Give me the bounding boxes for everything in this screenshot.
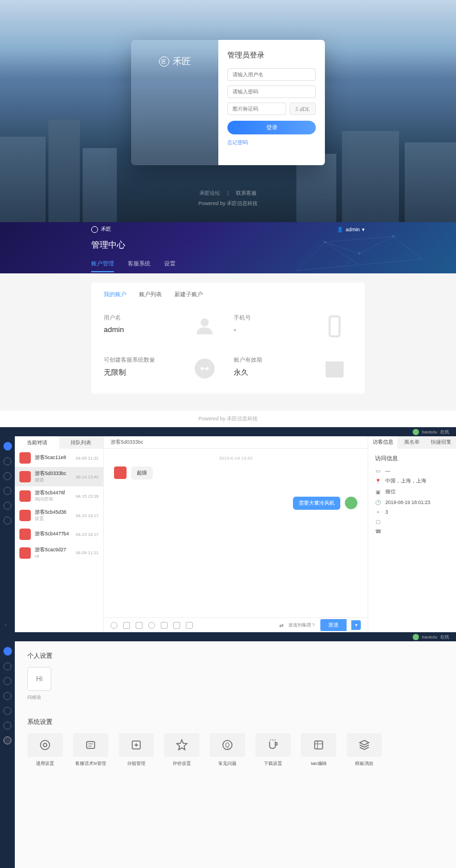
greeting-label: 问候语 (27, 694, 51, 701)
nav-icon-1[interactable] (3, 662, 11, 670)
info-row-count: ▪3 (375, 509, 449, 515)
tool-icon[interactable] (148, 622, 155, 629)
svg-point-8 (40, 740, 50, 750)
settings-card[interactable]: 通用设置 (27, 733, 63, 767)
message-time: 06-14 13:42 (76, 474, 99, 480)
send-button[interactable]: 发送 (320, 619, 347, 631)
field-phone: 手机号 - (234, 314, 352, 334)
conversation-item[interactable]: 游客5cb45d38设置04-15 18:17 (15, 506, 103, 525)
settings-panel: baotutu 在线 个人设置 Hi 问候语 系统设置 通用设置客服话术N管理分… (0, 632, 456, 868)
settings-card[interactable]: 分组管理 (119, 733, 154, 767)
conversation-item[interactable]: 游客5d0333bc超级06-14 13:42 (15, 467, 103, 486)
conversation-item[interactable]: 游客5cb4476f询问咨询04-15 23:39 (15, 486, 103, 506)
settings-card[interactable]: 模板消息 (347, 733, 382, 767)
nav-icon-3[interactable] (3, 487, 11, 495)
password-input[interactable] (227, 85, 316, 98)
chat-timestamp: 2019-6-14 13:42 (114, 456, 357, 461)
captcha-input[interactable] (227, 103, 286, 115)
card-label: 模板消息 (347, 760, 382, 767)
info-row-time: 🕐2019-08-19 18:01:23 (375, 499, 449, 505)
visitor-info-panel: 访客信息 黑名单 快捷回复 访问信息 ▭— 📍中国，上海，上海 ▣微信 🕐201… (368, 436, 456, 632)
user-avatar[interactable] (413, 429, 419, 435)
card-label: 分组管理 (119, 760, 154, 767)
tab-account[interactable]: 账户管理 (91, 260, 114, 272)
conversation-item[interactable]: 游客5cac9d27nil04-09 11:11 (15, 543, 103, 562)
info-tab-blacklist[interactable]: 黑名单 (397, 436, 426, 449)
image-icon[interactable] (123, 622, 130, 629)
greeting-icon: Hi (27, 667, 51, 691)
location-icon: 📍 (375, 478, 381, 484)
nav-icon-4[interactable] (3, 502, 11, 510)
send-dropdown[interactable]: ▾ (351, 620, 361, 630)
info-tab-quick[interactable]: 快捷回复 (427, 436, 456, 449)
greeting-card[interactable]: Hi 问候语 (27, 667, 51, 701)
message-time: 04-09 11:31 (76, 456, 99, 461)
card-icon (73, 733, 108, 757)
list-tab-current[interactable]: 当前对话 (15, 436, 59, 449)
nav-icon-2[interactable] (3, 677, 11, 685)
conversation-item[interactable]: 游客5cb4477b404-15 18:17 (15, 525, 103, 543)
footer-link-forum[interactable]: 禾匠论坛 (199, 190, 220, 196)
visitor-avatar (114, 466, 127, 479)
settings-card[interactable]: 客服话术N管理 (73, 733, 108, 767)
nav-icon-3[interactable] (3, 692, 11, 700)
nav-icon-5[interactable] (3, 722, 11, 730)
message-bubble: 需要大量冷风机 (293, 497, 340, 510)
card-label: 客服话术N管理 (73, 760, 108, 767)
chat-window: 游客5d0333bc 2019-6-14 13:42 超级 需要大量冷风机 (103, 436, 368, 632)
last-message: 询问咨询 (35, 497, 72, 502)
settings-card[interactable]: 下载设置 (255, 733, 291, 767)
nav-icon-5[interactable] (3, 517, 11, 525)
mgmt-header: 禾匠 👤 admin ▾ 管理中心 账户管理 客服系统 设置 (0, 222, 456, 273)
emoji-icon[interactable] (111, 622, 117, 629)
chat-topbar: baotutu 在线 (0, 427, 456, 436)
visitor-name: 游客5d0333bc (35, 470, 72, 477)
nav-icon-4[interactable] (3, 707, 11, 715)
subtab-new-subaccount[interactable]: 新建子账户 (174, 290, 203, 298)
app-logo-icon[interactable] (3, 647, 12, 656)
captcha-image[interactable]: 5 dDL (290, 103, 316, 115)
brand-text: 禾匠 (101, 226, 111, 233)
login-title: 管理员登录 (227, 50, 316, 60)
subtab-my-account[interactable]: 我的账户 (104, 290, 127, 298)
username: baotutu (422, 429, 437, 435)
info-tab-visitor[interactable]: 访客信息 (368, 436, 397, 449)
settings-card[interactable]: 评价设置 (164, 733, 199, 767)
nav-icon-1[interactable] (3, 457, 11, 465)
nav-sidebar: › (0, 436, 15, 632)
info-section-title: 访问信息 (375, 455, 449, 462)
login-button[interactable]: 登录 (227, 121, 316, 134)
settings-card[interactable]: Q常见问题 (210, 733, 245, 767)
list-tab-queue[interactable]: 排队列表 (59, 436, 104, 449)
user-icon (193, 314, 217, 338)
subtab-account-list[interactable]: 账户列表 (139, 290, 162, 298)
settings-card[interactable]: tab编辑 (301, 733, 336, 767)
transfer-link[interactable]: 发送到集团？ (288, 622, 316, 628)
card-label: tab编辑 (301, 760, 336, 767)
tab-settings[interactable]: 设置 (164, 260, 176, 272)
info-row-blank2: ☎ (375, 529, 449, 534)
star-icon[interactable] (186, 622, 193, 629)
tab-service[interactable]: 客服系统 (128, 260, 150, 272)
login-card: 匠 禾匠 管理员登录 5 dDL 登录 忘记密码 (131, 40, 325, 165)
message-time: 04-15 23:39 (76, 494, 99, 499)
footer-link-contact[interactable]: 联系客服 (236, 190, 256, 196)
username-input[interactable] (227, 68, 316, 81)
chat-header: 游客5d0333bc (104, 436, 368, 449)
user-avatar[interactable] (413, 634, 419, 640)
svg-point-3 (201, 318, 209, 326)
nav-icon-settings[interactable] (3, 736, 11, 744)
expand-icon[interactable]: › (5, 621, 6, 628)
card-label: 常见问题 (210, 760, 245, 767)
login-panel: 匠 禾匠 管理员登录 5 dDL 登录 忘记密码 禾匠论坛 | 联系客服 Pow… (0, 0, 456, 222)
conversation-item[interactable]: 游客5cac11e804-09 11:31 (15, 449, 103, 467)
visitor-avatar (19, 452, 31, 464)
nav-icon-2[interactable] (3, 472, 11, 480)
message-time: 04-09 11:11 (76, 550, 99, 555)
card-icon[interactable] (173, 622, 180, 629)
folder-icon[interactable] (136, 622, 142, 629)
app-logo-icon[interactable] (3, 442, 12, 451)
forgot-password-link[interactable]: 忘记密码 (227, 139, 316, 146)
shuffle-icon[interactable] (161, 622, 168, 629)
conversation-list: 当前对话 排队列表 游客5cac11e804-09 11:31游客5d0333b… (15, 436, 103, 632)
